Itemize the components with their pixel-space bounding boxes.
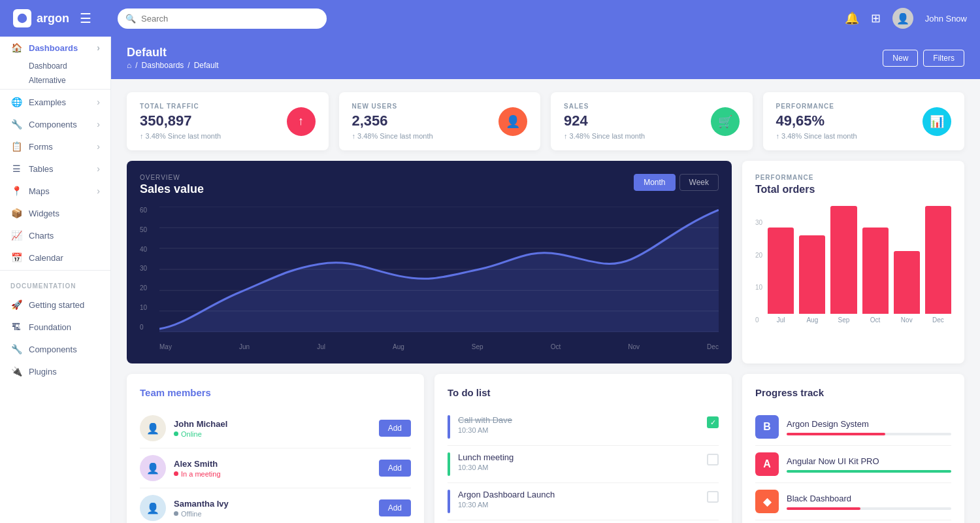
- progress-name: Angular Now UI Kit PRO: [787, 456, 951, 466]
- bar: [830, 206, 857, 314]
- avatar[interactable]: 👤: [892, 8, 913, 29]
- add-member-button[interactable]: Add: [379, 460, 411, 477]
- stat-icon-users: 👤: [498, 107, 527, 136]
- progress-bar-track: [787, 470, 951, 473]
- getting-started-icon: 🚀: [10, 299, 22, 310]
- hamburger-icon[interactable]: ☰: [80, 10, 91, 26]
- sidebar-item-forms[interactable]: 📋 Forms: [0, 135, 110, 158]
- bar-y-0: 0: [755, 316, 762, 324]
- sidebar-label-maps: Maps: [29, 186, 50, 196]
- sidebar-item-tables[interactable]: ☰ Tables: [0, 158, 110, 180]
- logo[interactable]: argon: [13, 9, 69, 27]
- progress-info: Black Dashboard: [787, 494, 951, 510]
- y-label-20: 20: [140, 284, 158, 292]
- new-button[interactable]: New: [883, 50, 918, 67]
- sidebar-item-plugins[interactable]: 🔌 Plugins: [0, 360, 110, 382]
- breadcrumb-path: ⌂ / Dashboards / Default: [127, 61, 219, 70]
- sidebar-item-calendar[interactable]: 📅 Calendar: [0, 246, 110, 269]
- sidebar-label-examples: Examples: [29, 97, 66, 107]
- stat-change-pct-perf: ↑ 3.48%: [776, 132, 802, 140]
- progress-bar-fill: [787, 470, 951, 473]
- add-member-button[interactable]: Add: [379, 420, 411, 437]
- stat-icon-sales: 🛒: [711, 107, 740, 136]
- progress-icon: A: [755, 452, 779, 476]
- sidebar-item-maps[interactable]: 📍 Maps: [0, 180, 110, 202]
- todo-time: 10:30 AM: [458, 501, 699, 509]
- todo-title: Call with Dave: [458, 415, 699, 425]
- bar-y-10: 10: [755, 284, 762, 291]
- logo-text: argon: [37, 12, 69, 25]
- add-member-button[interactable]: Add: [379, 499, 411, 516]
- stat-value-perf: 49,65%: [776, 112, 923, 129]
- todo-checkbox[interactable]: [707, 491, 719, 503]
- chart-btn-month[interactable]: Month: [634, 174, 675, 191]
- user-name: John Snow: [925, 14, 967, 24]
- sidebar-item-charts[interactable]: 📈 Charts: [0, 224, 110, 246]
- chart-btn-week[interactable]: Week: [679, 174, 719, 191]
- breadcrumb-left: Default ⌂ / Dashboards / Default: [127, 46, 219, 70]
- y-label-0: 0: [140, 324, 158, 331]
- breadcrumb-home-icon[interactable]: ⌂: [127, 61, 131, 70]
- sidebar-item-components-doc[interactable]: 🔧 Components: [0, 338, 110, 360]
- search-wrapper: 🔍: [118, 8, 327, 29]
- stat-change-pct-users: ↑ 3.48%: [352, 132, 378, 140]
- bar-x-label: Nov: [901, 316, 913, 324]
- stat-card-performance: PERFORMANCE 49,65% ↑ 3.48% Since last mo…: [763, 92, 965, 150]
- stat-cards-row: TOTAL TRAFFIC 350,897 ↑ 3.48% Since last…: [111, 79, 980, 150]
- search-input[interactable]: [118, 8, 327, 29]
- todo-title: Lunch meeting: [458, 452, 699, 462]
- stat-change-traffic: ↑ 3.48% Since last month: [140, 132, 287, 140]
- todo-item: Argon Dashboard Launch 10:30 AM: [448, 483, 719, 520]
- divider-2: [0, 270, 110, 271]
- topnav-right: 🔔 ⊞ 👤 John Snow: [845, 8, 967, 29]
- progress-list: B Argon Design System A Angular Now UI K…: [755, 409, 951, 523]
- breadcrumb-default[interactable]: Default: [194, 61, 219, 70]
- breadcrumb-dashboards[interactable]: Dashboards: [142, 61, 184, 70]
- stat-value-users: 2,356: [352, 112, 499, 129]
- sidebar-item-foundation[interactable]: 🏗 Foundation: [0, 316, 110, 338]
- sidebar-label-getting-started: Getting started: [29, 300, 84, 310]
- bar-group: Jul: [768, 206, 794, 324]
- sidebar-item-components[interactable]: 🔧 Components: [0, 113, 110, 135]
- chart-card-header: OVERVIEW Sales value Month Week: [140, 174, 719, 196]
- todo-checkbox[interactable]: ✓: [707, 416, 719, 428]
- y-label-40: 40: [140, 246, 158, 253]
- sidebar-sub-dashboard[interactable]: Dashboard: [0, 59, 110, 73]
- bar-group: Oct: [862, 206, 889, 324]
- member-avatar: 👤: [140, 415, 166, 441]
- sidebar-label-tables: Tables: [29, 164, 54, 174]
- notification-icon[interactable]: 🔔: [845, 11, 859, 25]
- todo-checkbox[interactable]: [707, 454, 719, 465]
- share-icon[interactable]: ⊞: [871, 11, 881, 25]
- todo-item: Call with Dave 10:30 AM ✓: [448, 409, 719, 446]
- member-status: Online: [174, 430, 371, 438]
- stat-change-users: ↑ 3.48% Since last month: [352, 132, 499, 140]
- member-status: In a meeting: [174, 470, 371, 478]
- chart-svg-wrapper: [159, 207, 719, 332]
- y-label-50: 50: [140, 226, 158, 233]
- bar-x-label: Aug: [806, 316, 818, 324]
- team-members-list: 👤 John Michael Online Add 👤 Alex Smith I…: [140, 409, 411, 523]
- chart-area: 60 50 40 30 20 10 0: [140, 207, 719, 350]
- member-name: Samantha Ivy: [174, 499, 371, 509]
- content-area: Default ⌂ / Dashboards / Default New Fil…: [111, 37, 980, 523]
- sidebar-item-dashboards[interactable]: 🏠 Dashboards: [0, 37, 110, 59]
- status-dot: [174, 471, 178, 476]
- forms-icon: 📋: [10, 141, 22, 152]
- team-member: 👤 Samantha Ivy Offline Add: [140, 488, 411, 523]
- member-name: Alex Smith: [174, 459, 371, 469]
- sidebar-item-examples[interactable]: 🌐 Examples: [0, 91, 110, 113]
- bar-y-labels: 30 20 10 0: [755, 219, 768, 337]
- chart-title: Sales value: [140, 182, 204, 196]
- sidebar-item-widgets[interactable]: 📦 Widgets: [0, 202, 110, 224]
- search-icon: 🔍: [125, 14, 136, 24]
- sidebar-item-getting-started[interactable]: 🚀 Getting started: [0, 294, 110, 316]
- sidebar-sub-alternative[interactable]: Alternative: [0, 73, 110, 88]
- x-label-may: May: [159, 343, 172, 350]
- status-dot: [174, 511, 178, 516]
- orders-label: PERFORMANCE: [755, 174, 951, 181]
- stat-value-traffic: 350,897: [140, 112, 287, 129]
- stat-icon-traffic: ↑: [287, 107, 316, 136]
- filters-button[interactable]: Filters: [923, 50, 964, 67]
- bar-x-label: Jul: [777, 316, 785, 324]
